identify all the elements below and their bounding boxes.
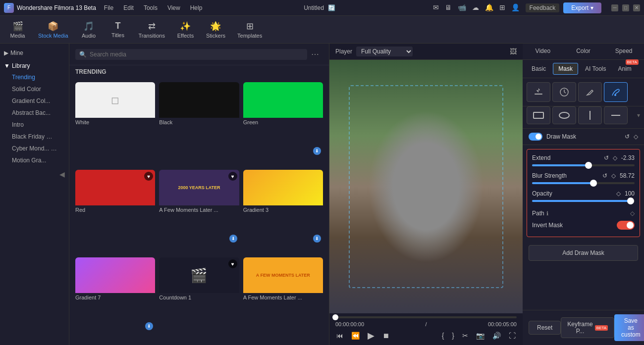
mark-out-button[interactable]: } <box>451 331 455 341</box>
stop-button[interactable]: ⏹ <box>381 331 390 341</box>
clock-mask-btn[interactable] <box>552 82 576 102</box>
reset-button[interactable]: Reset <box>529 321 561 335</box>
menu-edit[interactable]: Edit <box>119 3 138 12</box>
sidebar-item-abstract-bac[interactable]: Abstract Bac... <box>4 107 65 119</box>
opacity-keyframe[interactable]: ◇ <box>616 190 621 197</box>
sidebar-mine[interactable]: ▶ Mine <box>0 48 69 58</box>
sidebar-item-intro[interactable]: Intro <box>4 119 65 131</box>
blur-reset[interactable]: ↺ <box>602 172 607 179</box>
fullscreen-button[interactable]: ⛶ <box>508 331 517 341</box>
toolbar-stock-media[interactable]: 📦 Stock Media <box>33 18 73 42</box>
opacity-thumb[interactable] <box>627 197 634 204</box>
sidebar-item-solid-color[interactable]: Solid Color <box>4 83 65 95</box>
save-custom-button[interactable]: Save as custom <box>614 314 644 341</box>
cloud-icon[interactable]: ☁ <box>472 3 479 12</box>
list-item[interactable]: ⬇ Gradient 7 <box>75 257 155 341</box>
options-icon[interactable]: ⋯ <box>307 48 323 61</box>
add-draw-mask-button[interactable]: Add Draw Mask <box>529 245 638 261</box>
draw-mask-btn[interactable] <box>604 82 628 102</box>
invert-mask-toggle[interactable] <box>617 221 635 230</box>
reset-draw-icon[interactable]: ↺ <box>625 133 630 140</box>
toolbar-transitions[interactable]: ⇄ Transitions <box>134 18 170 42</box>
delete-draw-icon[interactable]: ◇ <box>634 133 638 140</box>
screen-icon[interactable]: 🖥 <box>445 3 452 12</box>
bell-icon[interactable]: 🔔 <box>485 3 493 12</box>
quality-select[interactable]: Full Quality Half Quality Quarter Qualit… <box>356 47 413 56</box>
path-row: Path ℹ ◇ <box>532 208 635 219</box>
toolbar-stickers[interactable]: 🌟 Stickers <box>201 18 230 42</box>
progress-thumb[interactable] <box>332 314 338 320</box>
path-keyframe[interactable]: ◇ <box>630 210 635 217</box>
mask-tab-mask[interactable]: Mask <box>553 63 578 75</box>
time-separator: / <box>425 321 427 327</box>
toolbar-titles[interactable]: T Titles <box>105 18 132 41</box>
path-info-icon[interactable]: ℹ <box>546 210 548 217</box>
video-icon[interactable]: 📹 <box>458 3 466 12</box>
extend-slider[interactable] <box>532 164 635 166</box>
mask-tab-basic[interactable]: Basic <box>527 63 551 74</box>
menu-help[interactable]: Help <box>186 3 207 12</box>
mask-tab-ai-tools[interactable]: AI Tools <box>580 63 611 74</box>
list-item[interactable]: ⬇ Gradient 3 <box>243 170 323 253</box>
rect-shape-btn[interactable] <box>527 106 550 124</box>
opacity-slider[interactable] <box>532 200 635 202</box>
audio-button[interactable]: 🔊 <box>491 331 502 341</box>
oval-shape-btn[interactable] <box>552 106 576 124</box>
clip-button[interactable]: ✂ <box>461 331 469 341</box>
feedback-btn[interactable]: Feedback <box>526 3 560 12</box>
media-label-black: Black <box>159 118 239 127</box>
list-item[interactable]: A FEW MOMENTS LATER A Few Moments Later … <box>243 257 323 341</box>
menu-tools[interactable]: Tools <box>140 3 161 12</box>
list-item[interactable]: 🎬 ♥ Countdown 1 <box>159 257 239 341</box>
toolbar-templates[interactable]: ⊞ Templates <box>232 18 267 42</box>
menu-file[interactable]: File <box>100 3 117 12</box>
draw-mask-toggle[interactable] <box>529 133 542 141</box>
close-button[interactable]: ✕ <box>633 4 640 11</box>
sidebar-item-cyber-monday[interactable]: Cyber Mond... ! <box>4 143 65 154</box>
sidebar-item-trending[interactable]: Trending <box>4 71 65 83</box>
play-button[interactable]: ▶ <box>367 329 376 342</box>
mark-in-button[interactable]: { <box>441 331 445 341</box>
maximize-button[interactable]: □ <box>622 4 629 11</box>
player-settings-icon[interactable]: 🖼 <box>510 48 517 55</box>
extend-reset[interactable]: ↺ <box>604 154 609 161</box>
sidebar-arrow[interactable]: ◀ <box>59 170 65 178</box>
list-item[interactable]: ◻ White <box>75 82 155 166</box>
pen-mask-btn[interactable] <box>578 82 602 102</box>
sidebar-item-black-friday[interactable]: Black Friday hot <box>4 131 65 143</box>
list-item[interactable]: ⬇ Green <box>243 82 323 166</box>
sidebar-library-header[interactable]: ▼ Library <box>4 62 65 69</box>
list-item[interactable]: Black <box>159 82 239 166</box>
avatar-icon[interactable]: 👤 <box>511 3 520 12</box>
list-item[interactable]: ♥ Red <box>75 170 155 253</box>
blur-keyframe[interactable]: ◇ <box>611 172 616 179</box>
toolbar-audio[interactable]: 🎵 Audio <box>75 18 103 42</box>
frame-back-button[interactable]: ⏪ <box>350 331 361 341</box>
sidebar-item-motion-gra[interactable]: Motion Gra... <box>4 154 65 166</box>
import-mask-btn[interactable] <box>527 82 550 102</box>
blur-slider[interactable] <box>532 182 635 184</box>
extend-keyframe[interactable]: ◇ <box>613 154 617 161</box>
keyframe-button[interactable]: Keyframe P... BETA <box>561 317 614 338</box>
toolbar-media[interactable]: 🎬 Media <box>4 18 31 42</box>
sidebar-item-gradient-color[interactable]: Gradient Col... <box>4 95 65 107</box>
export-button[interactable]: Export ▾ <box>563 2 601 13</box>
toolbar-effects[interactable]: ✨ Effects <box>172 18 199 42</box>
minimize-button[interactable]: ─ <box>611 4 618 11</box>
menu-view[interactable]: View <box>163 3 184 12</box>
mask-tab-anim[interactable]: Anim BETA <box>613 63 636 74</box>
snapshot-button[interactable]: 📷 <box>475 331 485 341</box>
apps-icon[interactable]: ⊞ <box>499 3 505 12</box>
tab-color[interactable]: Color <box>563 44 604 59</box>
blur-thumb[interactable] <box>590 180 597 187</box>
mail-icon[interactable]: ✉ <box>433 3 439 12</box>
line-v-shape-btn[interactable] <box>578 106 602 124</box>
extend-thumb[interactable] <box>585 162 592 169</box>
tab-video[interactable]: Video <box>523 44 563 59</box>
tab-speed[interactable]: Speed <box>603 44 644 59</box>
skip-back-button[interactable]: ⏮ <box>335 331 344 341</box>
line-h-shape-btn[interactable] <box>604 106 628 124</box>
list-item[interactable]: 2000 YEARS LATER ♥ ⬇ A Few Moments Later… <box>159 170 239 253</box>
search-input[interactable] <box>90 51 303 58</box>
progress-bar[interactable] <box>335 316 517 318</box>
